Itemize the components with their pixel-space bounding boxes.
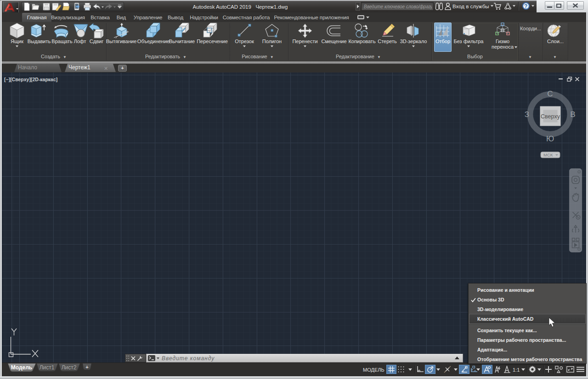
svg-text:Модель: Модель (11, 364, 32, 371)
svg-text:В: В (570, 110, 575, 119)
svg-text:С: С (547, 89, 553, 98)
svg-text:Ю: Ю (546, 134, 554, 143)
svg-text:Лист2: Лист2 (62, 364, 77, 371)
svg-text:МСК: МСК (543, 152, 553, 157)
svg-text:Лист1: Лист1 (40, 364, 55, 371)
svg-text:+: + (85, 364, 88, 370)
svg-text:Сверху: Сверху (541, 113, 560, 120)
svg-text:З: З (525, 110, 529, 119)
